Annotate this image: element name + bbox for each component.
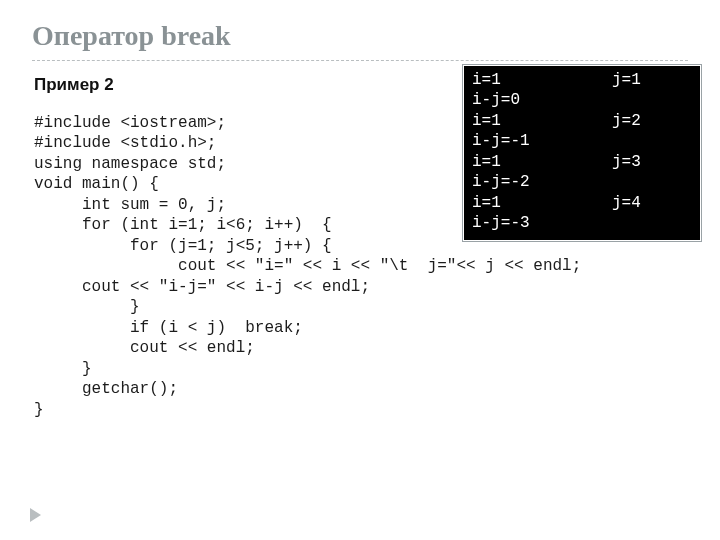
next-arrow-icon (30, 508, 41, 522)
console-line: i=1j=1 (472, 70, 692, 90)
console-line: i=1j=3 (472, 152, 692, 172)
console-left: i=1 (472, 111, 612, 131)
slide-title: Оператор break (32, 20, 688, 52)
console-left: i=1 (472, 152, 612, 172)
console-left: i=1 (472, 193, 612, 213)
divider (32, 60, 688, 61)
console-left: i-j=-3 (472, 213, 612, 233)
console-right: j=4 (612, 193, 641, 213)
console-line: i=1j=4 (472, 193, 692, 213)
console-left: i-j=-1 (472, 131, 612, 151)
console-output: i=1j=1i-j=0i=1j=2i-j=-1i=1j=3i-j=-2i=1j=… (464, 66, 700, 240)
console-left: i-j=-2 (472, 172, 612, 192)
console-frame: i=1j=1i-j=0i=1j=2i-j=-1i=1j=3i-j=-2i=1j=… (462, 64, 702, 242)
console-line: i-j=-2 (472, 172, 692, 192)
console-line: i-j=0 (472, 90, 692, 110)
console-right: j=3 (612, 152, 641, 172)
console-right: j=2 (612, 111, 641, 131)
slide: Оператор break Пример 2 #include <iostre… (0, 0, 720, 540)
console-line: i-j=-1 (472, 131, 692, 151)
console-left: i-j=0 (472, 90, 612, 110)
console-left: i=1 (472, 70, 612, 90)
console-line: i=1j=2 (472, 111, 692, 131)
console-right: j=1 (612, 70, 641, 90)
console-line: i-j=-3 (472, 213, 692, 233)
